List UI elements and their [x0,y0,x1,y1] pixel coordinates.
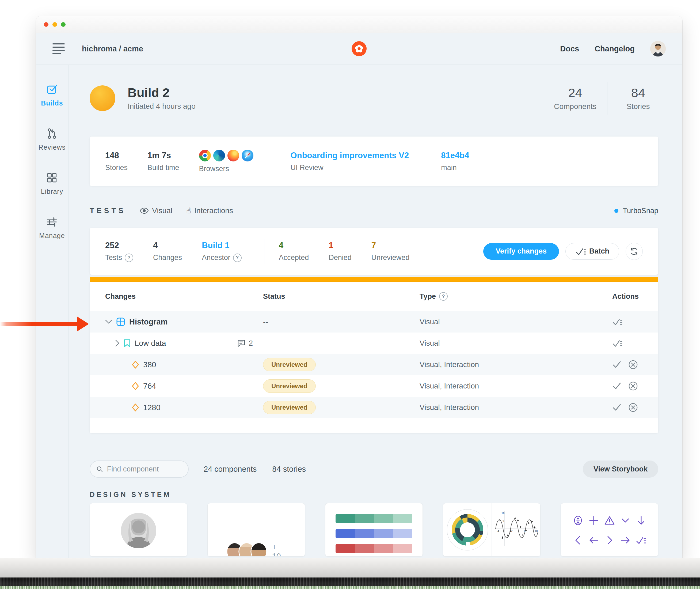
component-card-avatar-group[interactable]: + 10 [208,503,305,557]
component-card-color-swatches[interactable] [325,503,423,557]
column-status: Status [263,292,420,301]
accept-icon[interactable] [612,403,621,411]
sidebar-item-builds[interactable]: Builds [41,83,63,107]
table-row-1280[interactable]: 1280 Unreviewed Visual, Interaction [90,397,658,418]
sidebar-item-library[interactable]: Library [41,172,63,195]
builds-checkbox-icon [46,83,58,95]
build-status-icon [90,85,115,111]
svg-text:10: 10 [501,512,505,515]
maximize-window-button[interactable] [61,22,65,27]
table-row-low-data[interactable]: Low data 2 Visual [90,333,658,354]
chevron-right-icon [604,535,615,546]
screenshot-page: hichroma / acme Docs Changelog [0,0,700,589]
manage-sliders-icon [46,216,58,228]
firefox-browser-icon [228,150,239,161]
column-actions: Actions [612,292,643,301]
build-subtitle: Initiated 4 hours ago [128,102,196,111]
blue-swatch-row [336,529,412,538]
batch-accept-icon[interactable] [612,318,622,326]
view-storybook-button[interactable]: View Storybook [583,460,658,477]
changelog-link[interactable]: Changelog [595,44,635,53]
search-input[interactable] [106,465,182,473]
table-header: Changes Status Type ? Actions [90,282,658,311]
sidebar-item-manage[interactable]: Manage [39,216,65,240]
commit-stat: 81e4b4 main [441,151,469,172]
window-body: Builds Reviews Library [36,64,682,559]
svg-text:-5: -5 [501,536,503,538]
deny-icon[interactable] [628,381,638,391]
stories-count-stat: 148 Stories [105,151,128,172]
visual-toggle[interactable]: Visual [140,206,172,215]
pointer-hand-icon: ☝ [186,207,191,215]
svg-text:-4: -4 [496,530,499,533]
main-content: Build 2 Initiated 4 hours ago 24 Compone… [68,64,682,559]
batch-button[interactable]: Batch [566,243,619,260]
stories-count-text: 84 stories [272,465,306,473]
browsers-stat: Browsers [199,150,253,173]
table-row-histogram[interactable]: Histogram -- Visual [90,311,658,333]
accept-icon[interactable] [612,361,621,369]
tests-help-icon[interactable]: ? [125,253,133,262]
close-window-button[interactable] [44,22,48,27]
ui-review-link[interactable]: Onboarding improvements V2 [291,151,409,160]
chevron-right-icon [115,340,119,347]
comment-count[interactable]: 2 [237,339,253,348]
build-info-card: 148 Stories 1m 7s Build time [90,137,658,186]
changes-table: Changes Status Type ? Actions H [90,282,658,433]
tests-heading: TESTS [90,206,126,215]
table-row-380[interactable]: 380 Unreviewed Visual, Interaction [90,354,658,375]
user-avatar[interactable] [650,41,666,56]
edge-browser-icon [213,150,225,161]
portrait-photo [121,513,156,548]
avatar-group: + 10 [226,542,286,557]
components-count-text: 24 components [204,465,257,473]
component-grid-icon [116,318,125,326]
minimize-window-button[interactable] [52,22,57,27]
component-card-charts[interactable]: 105-5 -42610 [443,503,541,557]
viewport-diamond-icon [132,382,139,390]
chromatic-logo-icon[interactable] [352,41,367,56]
arrow-right-icon [620,535,631,546]
verify-changes-button[interactable]: Verify changes [483,243,559,260]
donut-chart-thumbnail [443,503,491,556]
component-card-avatar[interactable] [90,503,187,557]
tests-count-stat: 252 Tests ? [105,241,133,262]
ancestor-help-icon[interactable]: ? [233,253,242,262]
search-icon [97,465,103,472]
accepted-stat: 4 Accepted [279,241,309,262]
column-type: Type ? [420,292,612,301]
page-bottom-fade [0,558,700,578]
table-row-764[interactable]: 764 Unreviewed Visual, Interaction [90,375,658,397]
docs-link[interactable]: Docs [560,44,579,53]
build-time-stat: 1m 7s Build time [147,151,179,172]
chevron-down-icon [105,320,112,324]
sidebar-menu-icon[interactable] [52,43,65,54]
ui-review-stat: Onboarding improvements V2 UI Review [291,151,409,172]
commit-link[interactable]: 81e4b4 [441,151,469,160]
comment-icon [237,340,245,347]
search-input-wrapper [90,460,189,477]
ancestor-build-link[interactable]: Build 1 [202,241,242,250]
rerun-build-button[interactable] [626,243,643,260]
deny-icon[interactable] [628,403,638,412]
accept-icon[interactable] [612,382,621,390]
interactions-toggle[interactable]: ☝ Interactions [186,206,233,215]
accessibility-icon [573,515,583,526]
workspace-breadcrumb[interactable]: hichroma / acme [82,44,143,53]
viewport-diamond-icon [132,361,139,369]
tests-summary-card: 252 Tests ? 4 Changes Build 1 Ancestor [90,228,658,275]
page-title: Build 2 [128,86,196,100]
type-help-icon[interactable]: ? [439,292,448,301]
sidebar-item-reviews[interactable]: Reviews [38,128,65,151]
teal-swatch-row [336,514,412,523]
app-window: hichroma / acme Docs Changelog [36,16,682,559]
deny-icon[interactable] [628,360,638,370]
svg-text:10: 10 [535,530,538,533]
ancestor-stat: Build 1 Ancestor ? [202,241,242,262]
turbosnap-dot-icon [614,209,618,213]
component-card-icon-set[interactable] [561,503,658,557]
denied-stat: 1 Denied [329,241,352,262]
svg-text:6: 6 [524,530,526,533]
batch-accept-icon[interactable] [612,339,622,348]
safari-browser-icon [242,150,253,161]
